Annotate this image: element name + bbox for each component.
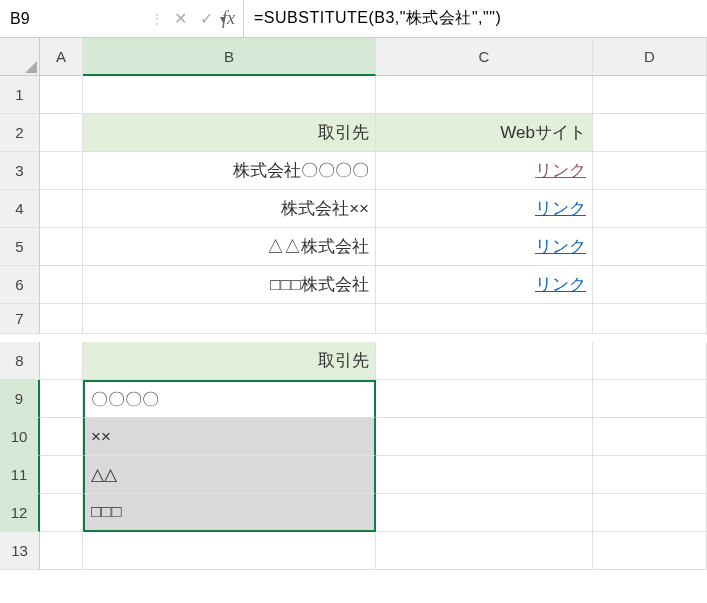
cell-D3[interactable] (593, 152, 707, 190)
row-header-7[interactable]: 7 (0, 304, 40, 334)
cell-C4[interactable]: リンク (376, 190, 593, 228)
cell-D6[interactable] (593, 266, 707, 304)
cell-D4[interactable] (593, 190, 707, 228)
cell-D11[interactable] (593, 456, 707, 494)
cell-B12[interactable]: □□□ (83, 494, 376, 532)
cell-C9[interactable] (376, 380, 593, 418)
row-header-8[interactable]: 8 (0, 342, 40, 380)
cell-D8[interactable] (593, 342, 707, 380)
spreadsheet-grid: A B C D 1 2 取引先 Webサイト 3 株式会社〇〇〇〇 リンク 4 … (0, 38, 707, 570)
cell-A3[interactable] (40, 152, 83, 190)
cell-A4[interactable] (40, 190, 83, 228)
enter-icon[interactable]: ✓ (196, 9, 216, 28)
cell-D10[interactable] (593, 418, 707, 456)
col-header-B[interactable]: B (83, 38, 376, 76)
row-header-2[interactable]: 2 (0, 114, 40, 152)
cell-D9[interactable] (593, 380, 707, 418)
cell-B10[interactable]: ×× (83, 418, 376, 456)
col-header-D[interactable]: D (593, 38, 707, 76)
formula-bar: ▾ ⋮ ✕ ✓ fx (0, 0, 707, 38)
cell-B8[interactable]: 取引先 (83, 342, 376, 380)
cell-D5[interactable] (593, 228, 707, 266)
cell-B1[interactable] (83, 76, 376, 114)
cell-C2[interactable]: Webサイト (376, 114, 593, 152)
row-header-12[interactable]: 12 (0, 494, 40, 532)
row-header-10[interactable]: 10 (0, 418, 40, 456)
cell-A6[interactable] (40, 266, 83, 304)
cell-D7[interactable] (593, 304, 707, 334)
cell-A7[interactable] (40, 304, 83, 334)
cell-B7[interactable] (83, 304, 376, 334)
col-header-C[interactable]: C (376, 38, 593, 76)
cell-A10[interactable] (40, 418, 83, 456)
cell-C5[interactable]: リンク (376, 228, 593, 266)
cell-B2[interactable]: 取引先 (83, 114, 376, 152)
cell-B3[interactable]: 株式会社〇〇〇〇 (83, 152, 376, 190)
cell-A5[interactable] (40, 228, 83, 266)
cell-C12[interactable] (376, 494, 593, 532)
row-header-4[interactable]: 4 (0, 190, 40, 228)
formula-input[interactable] (243, 0, 707, 37)
cell-B5[interactable]: △△株式会社 (83, 228, 376, 266)
cell-A9[interactable] (40, 380, 83, 418)
cell-A1[interactable] (40, 76, 83, 114)
cell-C8[interactable] (376, 342, 593, 380)
cell-A2[interactable] (40, 114, 83, 152)
cell-D2[interactable] (593, 114, 707, 152)
cell-C3[interactable]: リンク (376, 152, 593, 190)
cell-B13[interactable] (83, 532, 376, 570)
col-header-A[interactable]: A (40, 38, 83, 76)
row-header-13[interactable]: 13 (0, 532, 40, 570)
cell-A11[interactable] (40, 456, 83, 494)
fx-icon[interactable]: fx (222, 8, 235, 29)
cancel-icon[interactable]: ✕ (170, 9, 190, 28)
cell-D1[interactable] (593, 76, 707, 114)
cell-D13[interactable] (593, 532, 707, 570)
cell-C6[interactable]: リンク (376, 266, 593, 304)
row-header-11[interactable]: 11 (0, 456, 40, 494)
cell-C10[interactable] (376, 418, 593, 456)
cell-A8[interactable] (40, 342, 83, 380)
cell-B11[interactable]: △△ (83, 456, 376, 494)
row-header-1[interactable]: 1 (0, 76, 40, 114)
cell-A13[interactable] (40, 532, 83, 570)
vertical-divider-icon: ⋮ (150, 11, 164, 27)
select-all-corner[interactable] (0, 38, 40, 76)
cell-B6[interactable]: □□□株式会社 (83, 266, 376, 304)
cell-B9[interactable]: 〇〇〇〇 (83, 380, 376, 418)
row-header-9[interactable]: 9 (0, 380, 40, 418)
row-header-3[interactable]: 3 (0, 152, 40, 190)
formula-bar-buttons: ⋮ ✕ ✓ fx (142, 8, 243, 29)
cell-D12[interactable] (593, 494, 707, 532)
cell-B4[interactable]: 株式会社×× (83, 190, 376, 228)
row-header-6[interactable]: 6 (0, 266, 40, 304)
cell-C13[interactable] (376, 532, 593, 570)
cell-C11[interactable] (376, 456, 593, 494)
cell-C1[interactable] (376, 76, 593, 114)
cell-A12[interactable] (40, 494, 83, 532)
cell-C7[interactable] (376, 304, 593, 334)
name-box: ▾ (0, 0, 142, 37)
row-header-5[interactable]: 5 (0, 228, 40, 266)
